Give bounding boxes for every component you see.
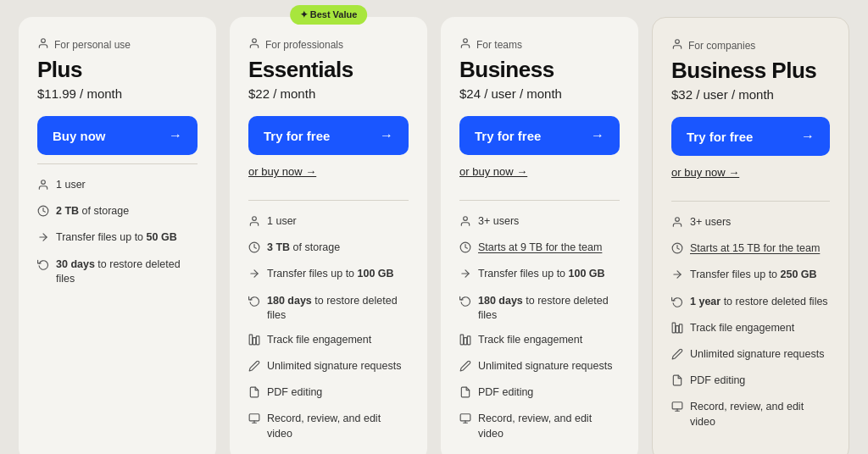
restore-icon [248, 295, 260, 311]
restore-icon [459, 295, 471, 311]
feature-text: Record, review, and edit video [267, 412, 409, 441]
svg-point-15 [464, 217, 468, 221]
plan-target: For companies [688, 40, 755, 52]
divider-essentials [248, 200, 409, 201]
cta-primary-plus[interactable]: Buy now → [37, 116, 198, 155]
feature-text: Transfer files up to 250 GB [690, 268, 817, 283]
feature-text: 1 user [56, 178, 86, 193]
divider-business-plus [671, 201, 830, 202]
clock-icon [671, 242, 683, 258]
arrow-icon [248, 268, 260, 284]
arrow-icon [37, 231, 49, 247]
divider-business [459, 200, 620, 201]
arrow-icon [459, 268, 471, 284]
feature-text: PDF editing [267, 385, 322, 401]
sign-icon [459, 360, 471, 376]
plan-card-business-plus: For companies Business Plus$32 / user / … [652, 17, 849, 454]
feature-item: 1 user [37, 178, 198, 195]
feature-text: 180 days to restore deleted files [478, 294, 620, 324]
feature-item: Track file engagement [671, 321, 830, 338]
feature-text: 180 days to restore deleted files [267, 294, 409, 324]
svg-rect-31 [672, 402, 682, 409]
plan-name-business: Business [459, 57, 620, 83]
svg-point-14 [464, 39, 468, 43]
svg-point-4 [253, 39, 257, 43]
svg-point-5 [253, 217, 257, 221]
plan-name-business-plus: Business Plus [671, 58, 830, 84]
plan-name-essentials: Essentials [248, 57, 409, 83]
plan-target: For professionals [265, 39, 343, 51]
cta-primary-essentials[interactable]: Try for free → [248, 116, 409, 155]
feature-item: Track file engagement [248, 333, 409, 350]
svg-rect-8 [249, 335, 253, 345]
feature-text: 30 days to restore deleted files [56, 257, 198, 287]
pdf-icon [248, 386, 260, 402]
cta-primary-business[interactable]: Try for free → [459, 116, 620, 155]
svg-point-25 [676, 218, 680, 222]
feature-text: Transfer files up to 100 GB [267, 267, 394, 282]
feature-item: 3+ users [459, 214, 620, 231]
feature-list-plus: 1 user 2 TB of storage Transfer files up… [37, 178, 198, 287]
video-icon [671, 401, 683, 417]
feature-item: PDF editing [671, 374, 830, 390]
clock-icon [459, 241, 471, 257]
plan-card-plus: For personal use Plus$11.99 / month Buy … [19, 17, 216, 454]
cta-secondary-business[interactable]: or buy now → [459, 165, 527, 178]
feature-text: Track file engagement [478, 333, 582, 348]
cta-arrow-icon: → [801, 129, 815, 144]
plan-user-icon [248, 37, 260, 52]
cta-secondary-business-plus[interactable]: or buy now → [671, 166, 739, 179]
feature-item: Unlimited signature requests [248, 359, 409, 376]
svg-rect-29 [676, 325, 679, 332]
feature-text: Transfer files up to 50 GB [56, 230, 177, 246]
cta-primary-business-plus[interactable]: Try for free → [671, 117, 830, 156]
user-icon [248, 215, 260, 231]
svg-rect-19 [464, 337, 467, 344]
feature-item: Record, review, and edit video [459, 412, 620, 441]
feature-text: 3+ users [478, 214, 519, 230]
plan-card-essentials: ✦ Best Value For professionals Essential… [230, 17, 427, 454]
plan-price-plus: $11.99 / month [37, 86, 198, 101]
feature-text: Starts at 9 TB for the team [478, 241, 602, 256]
divider-plus [37, 163, 198, 164]
feature-list-business: 3+ users Starts at 9 TB for the team Tra… [459, 214, 620, 441]
svg-rect-9 [253, 337, 256, 344]
feature-text: PDF editing [478, 385, 533, 401]
feature-text: Starts at 15 TB for the team [690, 241, 820, 257]
pdf-icon [671, 374, 683, 390]
cta-secondary-essentials[interactable]: or buy now → [248, 165, 316, 178]
feature-text: Record, review, and edit video [478, 412, 620, 441]
feature-text: Unlimited signature requests [267, 359, 401, 374]
feature-item: Starts at 15 TB for the team [671, 241, 830, 258]
feature-text: 2 TB of storage [56, 204, 129, 219]
feature-item: Transfer files up to 250 GB [671, 268, 830, 285]
svg-rect-20 [467, 335, 470, 344]
cta-label: Try for free [687, 130, 753, 144]
plan-user-icon [37, 37, 49, 52]
feature-text: Record, review, and edit video [690, 400, 830, 429]
feature-item: 1 year to restore deleted files [671, 295, 830, 312]
cta-arrow-icon: → [591, 128, 604, 143]
chart-icon [248, 334, 260, 350]
cta-arrow-icon: → [169, 128, 182, 143]
svg-rect-10 [256, 335, 259, 344]
svg-rect-11 [249, 414, 259, 421]
plan-name-plus: Plus [37, 57, 198, 83]
restore-icon [37, 258, 49, 274]
svg-rect-21 [460, 414, 470, 421]
video-icon [459, 412, 471, 429]
sign-icon [248, 360, 260, 376]
feature-text: 3+ users [690, 215, 731, 230]
plan-user-icon [459, 37, 471, 52]
feature-list-essentials: 1 user 3 TB of storage Transfer files up… [248, 214, 409, 441]
feature-text: Transfer files up to 100 GB [478, 267, 605, 282]
clock-icon [37, 205, 49, 221]
feature-item: Unlimited signature requests [459, 359, 620, 376]
feature-item: 30 days to restore deleted files [37, 257, 198, 287]
pricing-grid: For personal use Plus$11.99 / month Buy … [19, 17, 849, 454]
svg-point-1 [42, 180, 46, 185]
feature-item: 3+ users [671, 215, 830, 232]
cta-label: Try for free [475, 129, 541, 143]
feature-text: PDF editing [690, 374, 745, 389]
best-value-badge: ✦ Best Value [290, 5, 368, 25]
